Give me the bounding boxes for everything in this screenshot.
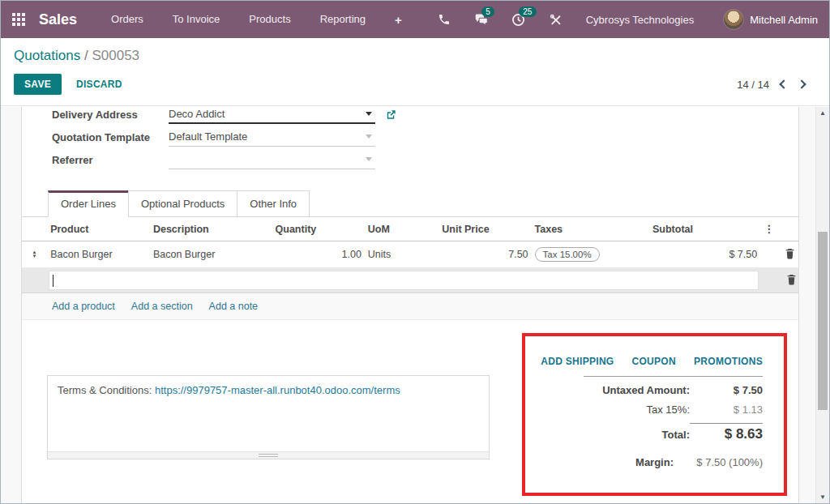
untaxed-amount-value: $ 7.50 <box>690 384 763 396</box>
tax-value: $ 1.13 <box>690 404 763 416</box>
top-navbar: Sales Orders To Invoice Products Reporti… <box>1 1 829 38</box>
breadcrumb-quotations[interactable]: Quotations <box>14 48 80 63</box>
tab-optional-products[interactable]: Optional Products <box>128 190 237 217</box>
field-quotation-template: Quotation Template Default Template <box>52 126 798 148</box>
cell-unit-price[interactable]: 7.50 <box>439 241 531 268</box>
pager: 14 / 14 <box>737 79 816 91</box>
col-unit-price[interactable]: Unit Price <box>439 217 531 241</box>
scroll-up-icon[interactable]: ▲ <box>816 107 829 119</box>
promotions-button[interactable]: PROMOTIONS <box>694 356 763 367</box>
form-sheet: Delivery Address Deco Addict Quotation T… <box>21 107 799 503</box>
user-menu[interactable]: Mitchell Admin <box>723 9 818 30</box>
coupon-button[interactable]: COUPON <box>632 356 676 367</box>
delete-row-icon[interactable] <box>760 241 798 268</box>
chevron-down-icon[interactable] <box>366 135 372 139</box>
delete-row-icon[interactable] <box>760 268 798 293</box>
control-panel: Quotations / S00053 SAVE DISCARD 14 / 14 <box>1 38 829 106</box>
margin-value: $ 7.50 (100%) <box>674 456 763 468</box>
scrollbar-thumb[interactable] <box>818 232 828 410</box>
activities-badge: 25 <box>519 6 537 17</box>
breadcrumb: Quotations / S00053 <box>14 48 816 64</box>
col-taxes[interactable]: Taxes <box>532 217 649 241</box>
textarea-resize-handle[interactable] <box>48 451 489 459</box>
col-description[interactable]: Description <box>150 217 272 241</box>
company-name[interactable]: Cybrosys Technologies <box>586 14 694 26</box>
pager-previous-icon[interactable] <box>779 79 788 88</box>
pager-next-icon[interactable] <box>797 79 806 88</box>
cell-uom[interactable]: Units <box>365 241 439 268</box>
add-a-product-link[interactable]: Add a product <box>52 301 115 312</box>
tax-label: Tax 15%: <box>647 404 690 416</box>
totals-separator <box>584 376 763 377</box>
tab-order-lines[interactable]: Order Lines <box>48 190 129 217</box>
totals-annotation-highlight: ADD SHIPPING COUPON PROMOTIONS Untaxed A… <box>522 333 787 496</box>
user-avatar <box>723 9 744 30</box>
breadcrumb-current: S00053 <box>92 48 139 63</box>
cell-subtotal: $ 7.50 <box>649 241 760 268</box>
table-row[interactable]: ▲▼ Bacon Burger Bacon Burger 1.00 Units … <box>22 241 798 268</box>
handle-column <box>22 217 47 241</box>
order-lines-table: Product Description Quantity UoM Unit Pr… <box>22 217 798 320</box>
table-footer-row: Add a product Add a section Add a note <box>22 293 798 320</box>
scroll-down-icon[interactable]: ▼ <box>816 491 829 503</box>
menu-reporting[interactable]: Reporting <box>320 13 366 27</box>
drag-handle-icon[interactable]: ▲▼ <box>22 241 47 268</box>
messages-icon[interactable]: 5 <box>474 12 489 27</box>
menu-products[interactable]: Products <box>249 13 290 27</box>
menu-to-invoice[interactable]: To Invoice <box>173 13 220 27</box>
untaxed-amount-label: Untaxed Amount: <box>602 384 690 396</box>
app-brand[interactable]: Sales <box>39 11 77 28</box>
optional-columns-icon[interactable]: ⋮ <box>760 217 798 241</box>
add-a-note-link[interactable]: Add a note <box>209 301 258 312</box>
margin-row: Margin: $ 7.50 (100%) <box>525 456 784 468</box>
tax-pill[interactable]: Tax 15.00% <box>535 247 600 262</box>
col-quantity[interactable]: Quantity <box>272 217 365 241</box>
margin-label: Margin: <box>635 456 674 468</box>
edit-row-handle-space <box>22 268 47 293</box>
col-product[interactable]: Product <box>47 217 150 241</box>
untaxed-amount-row: Untaxed Amount: $ 7.50 <box>525 384 784 396</box>
messages-badge: 5 <box>481 6 495 17</box>
tab-other-info[interactable]: Other Info <box>237 190 310 217</box>
bottom-region: Terms & Conditions: https://9979757-mast… <box>22 320 798 503</box>
form-fields: Delivery Address Deco Addict Quotation T… <box>22 107 798 171</box>
tools-icon[interactable] <box>549 12 563 27</box>
cell-taxes[interactable]: Tax 15.00% <box>532 241 649 268</box>
terms-link[interactable]: https://9979757-master-all.runbot40.odoo… <box>155 384 400 396</box>
new-line-edit-row[interactable] <box>22 268 798 293</box>
chevron-down-icon[interactable] <box>366 157 372 161</box>
apps-grid-icon[interactable] <box>12 13 26 27</box>
delivery-address-input[interactable]: Deco Addict <box>169 107 375 124</box>
notebook-tabs: Order Lines Optional Products Other Info <box>22 190 798 217</box>
phone-icon[interactable] <box>437 12 451 27</box>
quotation-template-input[interactable]: Default Template <box>169 127 375 147</box>
total-label: Total: <box>662 429 690 441</box>
text-caret <box>53 275 53 287</box>
cell-product[interactable]: Bacon Burger <box>47 241 150 268</box>
discard-button[interactable]: DISCARD <box>76 79 122 90</box>
menu-orders[interactable]: Orders <box>111 13 143 27</box>
save-button[interactable]: SAVE <box>14 74 62 95</box>
add-shipping-button[interactable]: ADD SHIPPING <box>541 356 614 367</box>
total-row: Total: $ 8.63 <box>525 423 784 442</box>
chevron-down-icon[interactable] <box>366 112 372 116</box>
col-uom[interactable]: UoM <box>365 217 439 241</box>
delivery-address-label: Delivery Address <box>52 109 169 121</box>
internal-link-icon[interactable] <box>385 109 397 121</box>
main-menu: Orders To Invoice Products Reporting + <box>111 13 402 27</box>
user-name: Mitchell Admin <box>750 14 818 26</box>
referrer-input[interactable] <box>169 150 375 169</box>
vertical-scrollbar[interactable]: ▲ ▼ <box>815 107 829 503</box>
resize-grip-icon <box>259 454 278 458</box>
cell-quantity[interactable]: 1.00 <box>272 241 365 268</box>
product-name-input[interactable] <box>49 271 759 290</box>
field-referrer: Referrer <box>52 148 798 171</box>
terms-and-conditions-box[interactable]: Terms & Conditions: https://9979757-mast… <box>47 375 490 459</box>
col-subtotal[interactable]: Subtotal <box>649 217 760 241</box>
add-a-section-link[interactable]: Add a section <box>131 301 193 312</box>
edit-row-cell <box>47 268 760 293</box>
activities-clock-icon[interactable]: 25 <box>511 12 526 27</box>
terms-label: Terms & Conditions: <box>58 384 152 396</box>
cell-description[interactable]: Bacon Burger <box>150 241 272 268</box>
menu-plus[interactable]: + <box>395 13 402 27</box>
